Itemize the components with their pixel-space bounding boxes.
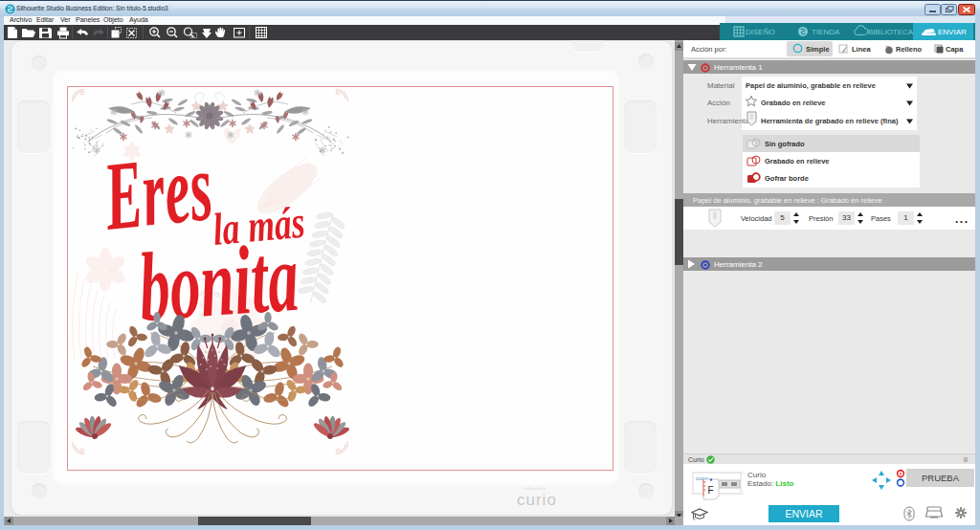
svg-text:BIBLIOTECA: BIBLIOTECA xyxy=(868,28,914,36)
svg-text:F: F xyxy=(708,485,714,496)
svg-text:TIENDA: TIENDA xyxy=(812,28,840,36)
svg-text:DISEÑO: DISEÑO xyxy=(746,28,775,36)
svg-text:ENVIAR: ENVIAR xyxy=(938,28,967,36)
